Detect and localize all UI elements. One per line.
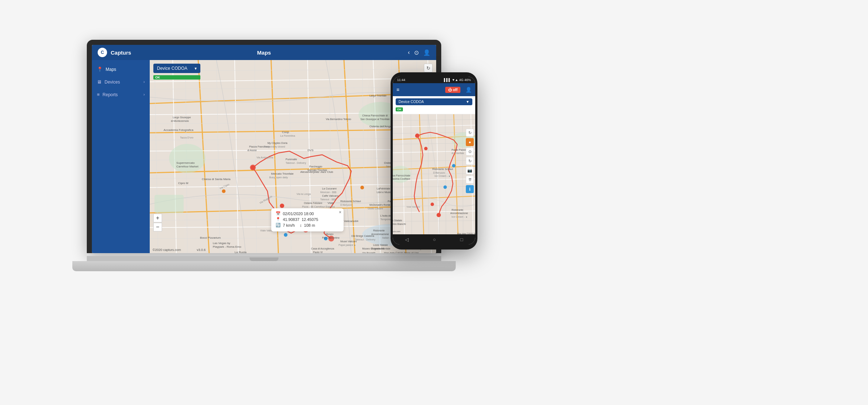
svg-point-169 (452, 164, 455, 167)
device-dropdown[interactable]: Device CODOA ▼ (153, 64, 200, 73)
app-header: C Capturs ‹ Maps ⊙ 👤 (92, 45, 436, 60)
sidebar-item-reports[interactable]: ≡ Reports › (92, 88, 150, 101)
phone-recent-button[interactable]: □ (460, 237, 463, 242)
phone-map-container[interactable]: Chiesa Parrocchiale santissima Coolfase … (393, 114, 475, 234)
phone-app-header: ≡ ⏻ off 👤 (393, 83, 475, 96)
svg-point-48 (360, 186, 364, 189)
header-icons: ⊙ 👤 (414, 49, 430, 56)
laptop-screen: C Capturs ‹ Maps ⊙ 👤 📍 (92, 45, 436, 253)
phone-refresh-button[interactable]: ↻ (466, 129, 474, 137)
svg-text:Bocci Pizzarium: Bocci Pizzarium (200, 236, 221, 239)
phone-info-button[interactable]: ℹ (466, 185, 474, 193)
phone-screen: 11:44 ▌▌▌ ▼▲ 4G 46% ≡ ⏻ off 👤 Device COD… (393, 77, 475, 244)
laptop-notch (250, 257, 278, 261)
svg-text:Ice Cream - ●: Ice Cream - ● (434, 175, 450, 178)
svg-text:Museo: Museo (326, 233, 333, 235)
map-toolbar: Device CODOA ▼ OK (153, 64, 200, 80)
phone-time: 11:44 (397, 78, 405, 82)
svg-text:Annominazione: Annominazione (371, 233, 389, 235)
svg-text:Paolo VI: Paolo VI (313, 251, 323, 253)
popup-lat: 41.90837 (283, 217, 299, 222)
svg-text:Pio-Clementino: Pio-Clementino (322, 236, 340, 239)
svg-text:Largo Trionfale: Largo Trionfale (370, 94, 387, 97)
help-icon[interactable]: ⊙ (414, 49, 419, 56)
svg-text:©capturs.com: ©capturs.com (393, 230, 400, 233)
reports-icon: ≡ (97, 92, 100, 97)
svg-point-168 (431, 202, 434, 206)
user-icon[interactable]: 👤 (423, 49, 430, 56)
svg-text:Via Bernardino Telesio: Via Bernardino Telesio (326, 118, 351, 120)
popup-speed-row: 🔄 7 km/h ↕ 108 m (276, 223, 339, 227)
popup-date: 02/01/2020 18:00 (283, 212, 314, 216)
scene: C Capturs ‹ Maps ⊙ 👤 📍 (0, 0, 868, 405)
popup-close-button[interactable]: × (339, 210, 341, 215)
svg-text:santissima Coolfase: santissima Coolfase (393, 178, 410, 180)
collapse-icon[interactable]: ‹ (408, 49, 410, 56)
sidebar-item-devices[interactable]: 🖥 Devices › (92, 76, 150, 88)
svg-point-167 (443, 186, 447, 189)
svg-text:Viale Vaticano: Viale Vaticano (407, 206, 420, 208)
svg-text:di Assisi: di Assisi (247, 149, 257, 152)
svg-text:Map data ©2020 Terms of Use: Map data ©2020 Terms of Use (384, 252, 419, 253)
svg-text:Carrefour Market: Carrefour Market (176, 165, 199, 168)
svg-point-165 (437, 213, 441, 217)
svg-text:Coop: Coop (282, 131, 289, 134)
map-zoom-controls: + − (153, 214, 162, 231)
speed-icon: 🔄 (276, 223, 281, 227)
phone-signal-icons: ▌▌▌ ▼▲ 4G 46% (444, 78, 471, 82)
phone-toolbar: Device CODOA ▼ OK (393, 96, 475, 114)
popup-coords-row: 📍 41.90837 12.45075 (276, 217, 339, 222)
phone-track-button[interactable]: ● (466, 138, 474, 146)
dropdown-arrow-icon: ▼ (194, 67, 197, 71)
phone-sidebar-icons: ↻ ● ⊙ ↻ 📷 ⇈ ℹ (466, 129, 474, 193)
svg-text:Las Vegas by: Las Vegas by (213, 242, 230, 245)
phone-off-button[interactable]: ⏻ off (445, 87, 460, 93)
phone-menu-icon[interactable]: ≡ (396, 87, 399, 93)
map-popup: × 📅 02/01/2020 18:00 📍 41.90837 12.45075 (271, 208, 344, 231)
sidebar-maps-label: Maps (106, 67, 145, 72)
svg-text:Caffe Vaticano: Caffe Vaticano (322, 195, 339, 197)
phone-device: 11:44 ▌▌▌ ▼▲ 4G 46% ≡ ⏻ off 👤 Device COD… (391, 72, 477, 250)
svg-text:Playpark - Roma Emo: Playpark - Roma Emo (213, 245, 241, 248)
svg-text:Map data ©2020 Terms of Use: Map data ©2020 Terms of Use (457, 233, 475, 234)
lat-icon: 📍 (276, 217, 281, 222)
svg-text:Ostaria Feliziani: Ostaria Feliziani (304, 202, 322, 204)
svg-text:Mexican - $$$: Mexican - $$$ (320, 191, 336, 193)
phone-share-button[interactable]: ⇈ (466, 176, 474, 184)
sidebar: 📍 Maps 🖥 Devices › ≡ Reports › (92, 60, 150, 253)
phone-locate-button[interactable]: ⊙ (466, 148, 474, 155)
phone-user-icon[interactable]: 👤 (465, 87, 472, 93)
svg-text:Ice Cream - ●: Ice Cream - ● (452, 216, 467, 218)
svg-text:Casa di Accoglienza: Casa di Accoglienza (311, 247, 334, 250)
svg-text:Annominazione: Annominazione (450, 212, 468, 215)
phone-device-dropdown[interactable]: Device CODOA ▼ (396, 98, 472, 105)
svg-text:Via Androporia: Via Androporia (256, 156, 273, 159)
svg-text:Busy, open daily: Busy, open daily (269, 176, 288, 179)
svg-text:Ristorante Schiavi: Ristorante Schiavi (340, 200, 361, 202)
svg-text:D'Abruzzo: D'Abruzzo (340, 204, 352, 206)
map-refresh-button[interactable]: ↻ (424, 64, 433, 72)
phone-back-button[interactable]: ◁ (405, 237, 409, 242)
sidebar-item-maps[interactable]: 📍 Maps (92, 63, 150, 76)
altitude-icon: ↕ (300, 223, 302, 227)
svg-text:Takeout - $$$: Takeout - $$$ (320, 198, 336, 201)
svg-text:La Ruota: La Ruota (235, 251, 247, 253)
zoom-in-button[interactable]: + (153, 214, 162, 222)
calendar-icon: 📅 (276, 211, 281, 216)
svg-point-43 (280, 204, 284, 208)
phone-home-button[interactable]: ○ (433, 237, 436, 242)
phone-camera-button[interactable]: 📷 (466, 166, 474, 174)
svg-text:Via la Longa: Via la Longa (297, 193, 311, 196)
svg-point-46 (284, 233, 288, 237)
refresh-icon: ↻ (426, 65, 430, 71)
svg-text:Mercato Trionfale: Mercato Trionfale (307, 169, 327, 171)
popup-altitude: 108 m (304, 223, 315, 227)
svg-rect-40 (154, 195, 184, 213)
svg-point-38 (169, 144, 205, 173)
reports-arrow: › (144, 93, 145, 97)
phone-route-button[interactable]: ↻ (466, 157, 474, 165)
svg-text:Largo Giuseppe: Largo Giuseppe (173, 116, 191, 119)
zoom-out-button[interactable]: − (153, 223, 162, 231)
svg-text:Via Brunetti: Via Brunetti (362, 252, 375, 253)
svg-text:Eugenio Montale: Eugenio Montale (371, 247, 391, 250)
